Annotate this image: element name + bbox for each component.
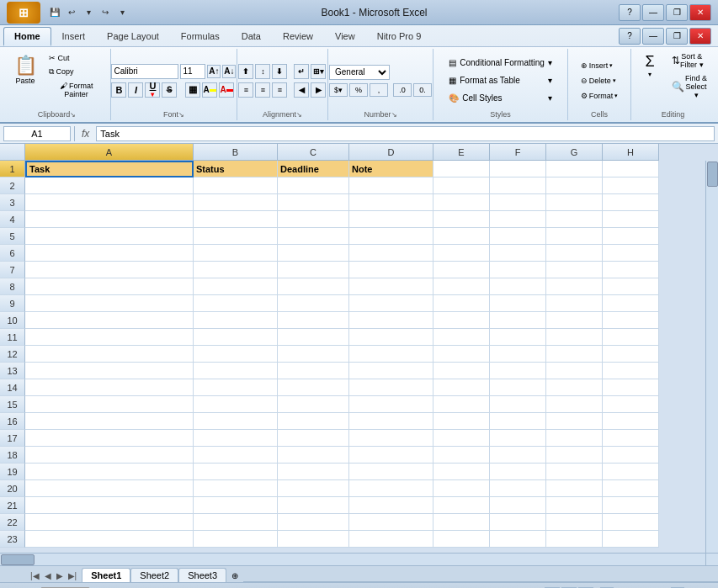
cell-F8[interactable] [490, 278, 546, 295]
font-expand[interactable]: ↘ [178, 111, 184, 119]
cell-F23[interactable] [490, 531, 546, 548]
cell-B10[interactable] [194, 312, 278, 329]
row-number-4[interactable]: 4 [0, 211, 25, 228]
cell-B17[interactable] [194, 430, 278, 447]
cell-H8[interactable] [603, 278, 659, 295]
cell-C4[interactable] [278, 211, 349, 228]
cell-E9[interactable] [433, 295, 490, 312]
row-number-15[interactable]: 15 [0, 396, 25, 413]
cell-D22[interactable] [349, 514, 433, 531]
cell-G6[interactable] [546, 245, 603, 262]
cell-H4[interactable] [603, 211, 659, 228]
cell-A1[interactable]: Task [25, 161, 194, 177]
cell-F19[interactable] [490, 464, 546, 480]
underline-button[interactable]: U▾ [145, 82, 160, 98]
cell-H7[interactable] [603, 262, 659, 278]
cell-D18[interactable] [349, 447, 433, 464]
cell-D5[interactable] [349, 228, 433, 245]
ribbon-close-btn[interactable]: ✕ [689, 28, 711, 45]
cell-F13[interactable] [490, 363, 546, 379]
cell-E15[interactable] [433, 396, 490, 413]
cell-A10[interactable] [25, 312, 194, 329]
cell-G7[interactable] [546, 262, 603, 278]
conditional-formatting-button[interactable]: ▤ Conditional Formatting ▾ [444, 56, 556, 70]
font-size-input[interactable] [180, 64, 205, 79]
cell-B14[interactable] [194, 379, 278, 396]
cell-A18[interactable] [25, 447, 194, 464]
name-box[interactable] [3, 126, 71, 141]
cell-B13[interactable] [194, 363, 278, 379]
cell-C11[interactable] [278, 329, 349, 346]
cell-C22[interactable] [278, 514, 349, 531]
cell-D19[interactable] [349, 464, 433, 480]
cell-F22[interactable] [490, 514, 546, 531]
cell-G11[interactable] [546, 329, 603, 346]
cell-A21[interactable] [25, 497, 194, 514]
cell-H18[interactable] [603, 447, 659, 464]
cell-E17[interactable] [433, 430, 490, 447]
cell-C10[interactable] [278, 312, 349, 329]
cell-A19[interactable] [25, 464, 194, 480]
row-number-16[interactable]: 16 [0, 413, 25, 430]
cell-H2[interactable] [603, 177, 659, 194]
clipboard-expand[interactable]: ↘ [70, 111, 76, 119]
new-sheet-button[interactable]: ⊕ [226, 569, 243, 582]
cell-G4[interactable] [546, 211, 603, 228]
cell-styles-button[interactable]: 🎨 Cell Styles ▾ [444, 91, 556, 105]
cell-B20[interactable] [194, 480, 278, 497]
row-number-8[interactable]: 8 [0, 278, 25, 295]
vertical-scroll-thumb[interactable] [707, 162, 718, 187]
cell-B7[interactable] [194, 262, 278, 278]
tab-data[interactable]: Data [231, 27, 272, 46]
alignment-expand[interactable]: ↘ [296, 111, 302, 119]
row-number-12[interactable]: 12 [0, 346, 25, 363]
align-bottom-button[interactable]: ⬇ [272, 64, 287, 79]
cell-D16[interactable] [349, 413, 433, 430]
cell-C13[interactable] [278, 363, 349, 379]
cell-E11[interactable] [433, 329, 490, 346]
cell-H3[interactable] [603, 194, 659, 211]
cell-D23[interactable] [349, 531, 433, 548]
row-number-7[interactable]: 7 [0, 262, 25, 278]
cell-H6[interactable] [603, 245, 659, 262]
cell-B16[interactable] [194, 413, 278, 430]
row-number-23[interactable]: 23 [0, 531, 25, 548]
cell-H22[interactable] [603, 514, 659, 531]
cell-E22[interactable] [433, 514, 490, 531]
cell-B6[interactable] [194, 245, 278, 262]
decrease-indent-button[interactable]: ◀ [294, 82, 309, 98]
cell-F15[interactable] [490, 396, 546, 413]
cell-C6[interactable] [278, 245, 349, 262]
cell-F6[interactable] [490, 245, 546, 262]
cell-F4[interactable] [490, 211, 546, 228]
sheet-tab-sheet2[interactable]: Sheet2 [130, 568, 178, 582]
cell-D14[interactable] [349, 379, 433, 396]
cell-H13[interactable] [603, 363, 659, 379]
cell-C16[interactable] [278, 413, 349, 430]
col-header-a[interactable]: A [25, 144, 194, 161]
align-top-button[interactable]: ⬆ [238, 64, 253, 79]
minimize-button[interactable]: — [642, 4, 664, 21]
cell-A8[interactable] [25, 278, 194, 295]
italic-button[interactable]: I [128, 82, 143, 98]
cell-B21[interactable] [194, 497, 278, 514]
cell-D21[interactable] [349, 497, 433, 514]
row-number-13[interactable]: 13 [0, 363, 25, 379]
redo-button[interactable]: ↪ [98, 5, 113, 20]
cell-G12[interactable] [546, 346, 603, 363]
cell-H12[interactable] [603, 346, 659, 363]
col-header-d[interactable]: D [349, 144, 433, 161]
quick-access-more[interactable]: ▾ [114, 5, 130, 20]
cell-H17[interactable] [603, 430, 659, 447]
cell-A17[interactable] [25, 430, 194, 447]
col-header-b[interactable]: B [194, 144, 278, 161]
cell-E2[interactable] [433, 177, 490, 194]
cell-G18[interactable] [546, 447, 603, 464]
cell-E8[interactable] [433, 278, 490, 295]
cell-C18[interactable] [278, 447, 349, 464]
cell-C5[interactable] [278, 228, 349, 245]
cell-H10[interactable] [603, 312, 659, 329]
cell-A5[interactable] [25, 228, 194, 245]
paste-button[interactable]: 📋 Paste [7, 50, 44, 89]
cell-G17[interactable] [546, 430, 603, 447]
